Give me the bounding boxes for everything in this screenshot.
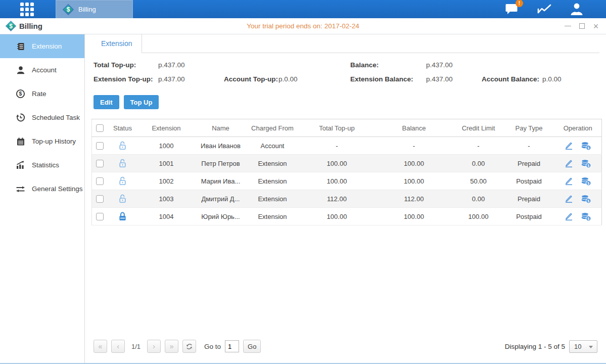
maximize-icon[interactable] [578,22,586,30]
topup-icon[interactable]: $ [581,176,591,186]
sidebar-item-scheduled-task[interactable]: Scheduled Task [0,106,84,129]
sidebar-item-statistics[interactable]: Statistics [0,153,84,177]
billing-window-icon: $ [6,21,16,31]
extension-balance-value: p.437.00 [426,75,482,83]
pay-type-cell: Prepaid [504,190,554,208]
column-header-balance: Balance [375,119,453,137]
tabstrip: Extension [91,34,599,53]
total-topup-label: Total Top-up: [94,61,158,69]
edit-icon[interactable] [564,212,574,221]
go-button[interactable]: Go [243,340,261,353]
sidebar-item-extension[interactable]: Extension [0,34,84,58]
last-page-button[interactable]: » [165,340,178,353]
line-chart-icon [537,3,552,15]
extension-cell: 1002 [137,172,196,190]
edit-icon[interactable] [564,176,574,186]
sidebar-item-label: Statistics [32,161,59,169]
account-topup-label: Account Top-up: [224,75,278,83]
topup-icon[interactable]: $ [581,159,591,168]
sidebar-item-general-settings[interactable]: General Settings [0,177,84,201]
sidebar-item-label: Extension [32,42,62,50]
next-page-button[interactable]: › [147,340,161,353]
tab-extension[interactable]: Extension [91,34,142,53]
goto-page-input[interactable] [225,340,239,352]
total-topup-cell: 112.00 [299,190,375,208]
app-tab-billing[interactable]: $ Billing [56,0,133,18]
svg-text:$: $ [588,146,590,150]
name-cell: Дмитрий Д... [196,190,246,208]
row-checkbox[interactable] [96,213,104,220]
svg-text:$: $ [19,90,22,97]
total-topup-cell: 100.00 [299,155,375,172]
topbar-actions: ! [504,0,606,18]
name-cell: Юрий Юрь... [196,208,246,225]
total-topup-cell: 100.00 [299,172,375,190]
credit-limit-cell: 50.00 [453,172,504,190]
table-row: 1004Юрий Юрь...Extension100.00100.00100.… [92,208,602,225]
close-icon[interactable]: × [592,22,600,30]
svg-text:$: $ [588,181,590,185]
row-checkbox[interactable] [96,177,104,185]
user-icon [570,2,584,16]
table-row: 1003Дмитрий Д...Extension112.00112.000.0… [92,190,602,208]
sidebar-item-label: Scheduled Task [32,114,80,121]
first-page-button[interactable]: « [94,340,107,353]
sidebar-item-rate[interactable]: $ Rate [0,82,84,106]
edit-icon[interactable] [564,194,574,203]
window-title: $ Billing [6,21,42,31]
credit-limit-cell: 100.00 [453,208,504,225]
charged-from-cell: Extension [246,190,299,208]
column-header-name: Name [196,119,246,137]
extension-topup-label: Extension Top-up: [94,75,158,83]
sidebar-item-label: Rate [32,90,46,98]
minimize-icon[interactable] [564,22,572,30]
sidebar-item-account[interactable]: Account [0,58,84,82]
name-cell: Мария Ива... [196,172,246,190]
status-locked-icon [118,211,127,221]
balance-label: Balance: [350,61,426,69]
account-topup-value: p.0.00 [278,75,350,83]
balance-cell: 100.00 [375,208,453,225]
svg-text:$: $ [588,199,590,203]
prev-page-button[interactable]: ‹ [111,340,125,353]
row-checkbox[interactable] [96,195,104,203]
notifications-button[interactable]: ! [504,2,520,17]
chevron-down-icon [589,346,593,348]
trial-notice: Your trial period ends on: 2017-02-24 [0,22,606,30]
credit-limit-cell: 0.00 [453,155,504,172]
pagination-bar: « ‹ 1/1 › » Go to Go Displaying 1 - 5 of… [91,335,599,363]
refresh-button[interactable] [182,340,196,353]
window-controls: × [564,22,600,30]
sidebar: Extension Account$ Rate Scheduled Task T… [0,34,85,363]
svg-text:$: $ [588,216,590,220]
topup-icon[interactable]: $ [581,194,591,204]
apps-grid-button[interactable] [20,0,34,18]
activity-chart-button[interactable] [536,2,552,17]
row-checkbox[interactable] [96,142,104,150]
edit-icon[interactable] [564,159,574,168]
user-account-button[interactable] [569,2,585,17]
status-unlocked-icon [118,194,127,204]
balance-cell: 100.00 [375,172,453,190]
sidebar-item-label: Top-up History [32,138,76,145]
account-balance-value: p.0.00 [542,75,597,83]
extension-cell: 1001 [137,155,196,172]
name-cell: Петр Петров [196,155,246,172]
account-balance-label: Account Balance: [482,75,542,83]
column-header-status: Status [108,119,137,137]
page-size-select[interactable]: 10 [569,340,597,353]
edit-icon[interactable] [564,141,574,150]
select-all-checkbox[interactable] [96,124,104,132]
topup-icon[interactable]: $ [581,212,591,221]
top-up-button[interactable]: Top Up [124,95,159,109]
topup-icon[interactable]: $ [581,141,591,151]
row-checkbox[interactable] [96,160,104,167]
balance-value: p.437.00 [426,61,482,69]
table-row: 1001Петр ПетровExtension100.00100.000.00… [92,155,602,172]
sidebar-item-top-up-history[interactable]: Top-up History [0,129,84,153]
table-row: 1000Иван ИвановAccount----$ [92,137,602,155]
calendar-icon [16,136,25,146]
extension-cell: 1000 [137,137,196,155]
edit-button[interactable]: Edit [94,95,119,109]
name-cell: Иван Иванов [196,137,246,155]
